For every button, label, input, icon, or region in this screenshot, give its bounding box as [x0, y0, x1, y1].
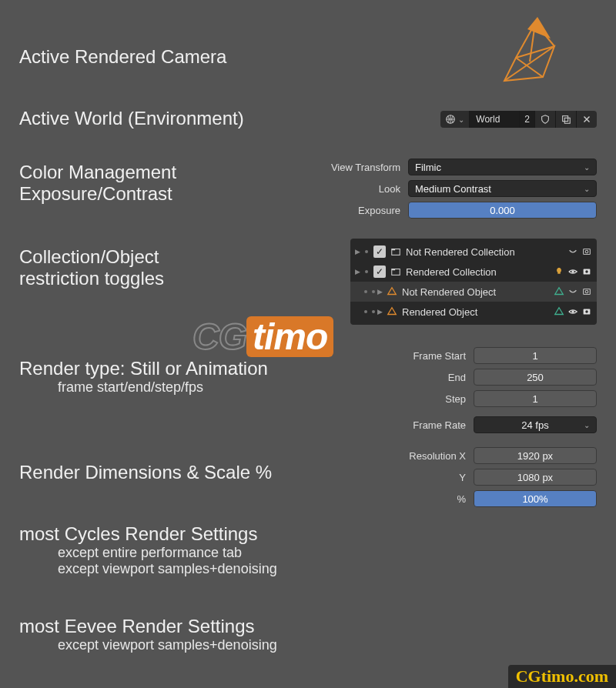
sub-cycles-2: except viewport samples+denoising [19, 561, 277, 577]
render-toggle-icon[interactable] [581, 266, 592, 277]
svg-rect-8 [563, 116, 568, 122]
disclosure-triangle-icon[interactable]: ▶ [355, 268, 363, 276]
collection-icon [389, 246, 403, 257]
chevron-down-icon[interactable] [567, 286, 578, 297]
frame-rate-value: 24 fps [521, 419, 548, 431]
camera-logo-icon [477, 15, 570, 95]
hierarchy-dot-icon [364, 310, 367, 313]
svg-marker-23 [388, 308, 397, 315]
chevron-down-icon: ⌄ [584, 421, 590, 429]
world-datablock-selector[interactable]: ⌄ World 2 [440, 111, 597, 128]
world-browse-button[interactable]: ⌄ [440, 111, 470, 128]
look-value: Medium Contrast [415, 183, 491, 195]
render-toggle-icon[interactable] [581, 246, 592, 257]
view-transform-dropdown[interactable]: Filmic ⌄ [408, 159, 597, 175]
frame-rate-label: Frame Rate [366, 419, 466, 431]
svg-point-22 [585, 290, 588, 293]
corner-watermark: CGtimo.com [508, 665, 616, 688]
svg-point-27 [585, 310, 588, 313]
sub-cycles-1: except entire performance tab [19, 545, 277, 561]
look-label: Look [312, 183, 400, 195]
heading-render-type: Render type: Still or Animation [19, 358, 268, 379]
exposure-label: Exposure [312, 205, 400, 216]
exclude-checkbox[interactable]: ✓ [373, 266, 386, 278]
res-y-field[interactable]: 1080 px [474, 469, 597, 486]
outliner-row[interactable]: ▶ Not Rendered Object [350, 282, 597, 302]
shield-icon [540, 114, 551, 125]
look-dropdown[interactable]: Medium Contrast ⌄ [408, 180, 597, 197]
svg-rect-9 [564, 118, 570, 123]
heading-cycles: most Cycles Render Settings [19, 523, 277, 545]
new-world-button[interactable] [556, 111, 577, 128]
world-name-field[interactable]: World [470, 111, 520, 128]
res-y-label: Y [366, 472, 466, 483]
svg-marker-20 [555, 288, 564, 295]
frame-start-label: Frame Start [366, 350, 466, 362]
heading-world: Active World (Environment) [19, 108, 244, 129]
disclosure-triangle-icon[interactable]: ▶ [377, 308, 385, 316]
eye-icon[interactable] [567, 306, 578, 317]
svg-rect-11 [392, 249, 395, 251]
outliner-row[interactable]: ▶ Rendered Object [350, 302, 597, 322]
mesh-icon [385, 306, 399, 317]
svg-point-25 [571, 310, 574, 313]
exposure-field[interactable]: 0.000 [408, 202, 597, 219]
frame-step-label: Step [366, 393, 466, 405]
heading-collection-1: Collection/Object [19, 246, 164, 268]
svg-rect-21 [584, 289, 591, 295]
res-x-field[interactable]: 1920 px [474, 447, 597, 464]
eye-icon[interactable] [567, 266, 578, 277]
frame-start-field[interactable]: 1 [474, 347, 597, 364]
svg-marker-6 [527, 17, 551, 38]
heading-collection-2: restriction toggles [19, 268, 164, 289]
hierarchy-dot-icon [365, 250, 368, 253]
duplicate-icon [561, 114, 571, 125]
outliner-row[interactable]: ▶ ✓ Not Rendered Collection [350, 242, 597, 262]
render-toggle-icon[interactable] [581, 306, 592, 317]
svg-line-2 [504, 46, 554, 81]
lightbulb-icon[interactable] [554, 266, 564, 277]
res-pct-label: % [366, 493, 466, 505]
sub-eevee-1: except viewport samples+denoising [19, 637, 277, 653]
outliner-item-name[interactable]: Rendered Object [399, 306, 554, 318]
svg-point-18 [585, 270, 588, 273]
heading-camera: Active Rendered Camera [19, 46, 226, 68]
svg-point-16 [571, 270, 574, 273]
chevron-down-icon: ⌄ [584, 185, 590, 193]
svg-marker-19 [388, 288, 397, 295]
frame-step-field[interactable]: 1 [474, 390, 597, 407]
hierarchy-dot-icon [372, 310, 375, 313]
unlink-world-button[interactable] [577, 111, 597, 128]
outliner-row[interactable]: ▶ ✓ Rendered Collection [350, 262, 597, 282]
hierarchy-dot-icon [372, 290, 375, 293]
svg-point-13 [585, 250, 588, 253]
chevron-down-icon: ⌄ [458, 115, 464, 124]
hierarchy-dot-icon [364, 290, 367, 293]
fake-user-button[interactable] [535, 111, 556, 128]
outliner-item-name[interactable]: Rendered Collection [403, 266, 554, 278]
world-users-count[interactable]: 2 [520, 111, 535, 128]
heading-eevee: most Eevee Render Settings [19, 616, 277, 637]
mesh-data-icon[interactable] [554, 306, 564, 317]
close-icon [581, 114, 592, 125]
globe-icon [445, 114, 456, 125]
res-pct-field[interactable]: 100% [474, 490, 597, 507]
chevron-down-icon: ⌄ [584, 163, 590, 172]
heading-color-mgmt-2: Exposure/Contrast [19, 183, 176, 205]
render-toggle-icon[interactable] [581, 286, 592, 297]
disclosure-triangle-icon[interactable]: ▶ [355, 248, 363, 255]
svg-rect-12 [584, 249, 591, 255]
mesh-data-icon[interactable] [554, 286, 564, 297]
frame-end-label: End [366, 372, 466, 383]
heading-color-mgmt-1: Color Management [19, 162, 176, 183]
outliner-item-name[interactable]: Not Rendered Collection [403, 246, 567, 258]
subheading-render-type: frame start/end/step/fps [19, 379, 268, 396]
frame-rate-dropdown[interactable]: 24 fps ⌄ [474, 416, 597, 433]
outliner-item-name[interactable]: Not Rendered Object [399, 286, 554, 298]
chevron-down-icon[interactable] [567, 246, 578, 257]
disclosure-triangle-icon[interactable]: ▶ [377, 288, 385, 296]
heading-dimensions: Render Dimensions & Scale % [19, 462, 272, 483]
frame-end-field[interactable]: 250 [474, 369, 597, 386]
watermark-cgtimo: CGtimo [192, 316, 333, 358]
exclude-checkbox[interactable]: ✓ [373, 245, 386, 258]
